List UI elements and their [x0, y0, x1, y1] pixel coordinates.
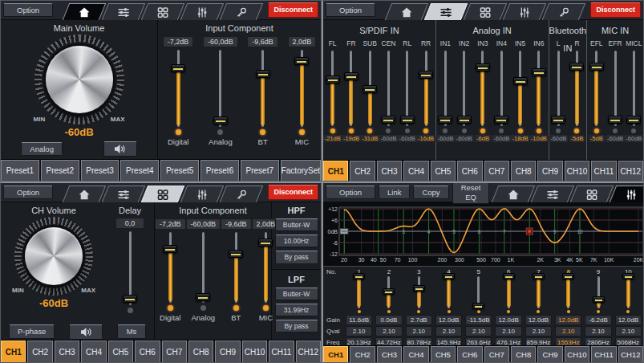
- lpf-bypass-button[interactable]: By pass: [275, 320, 318, 332]
- preset-tab-preset3[interactable]: Preset3: [81, 160, 119, 181]
- preset-tab-preset2[interactable]: Preset2: [41, 160, 79, 181]
- band-qval-value[interactable]: 2.10: [615, 326, 642, 336]
- level-slider[interactable]: [419, 51, 433, 126]
- disconnect-button[interactable]: Disconnect: [268, 185, 318, 200]
- analog-source-button[interactable]: Analog: [21, 142, 63, 156]
- slider-handle[interactable]: [472, 303, 484, 309]
- level-slider[interactable]: [213, 50, 229, 127]
- band-gain-value[interactable]: 12.0dB: [435, 315, 462, 325]
- channel-tab-ch9[interactable]: CH9: [215, 341, 240, 362]
- level-slider[interactable]: [626, 51, 641, 126]
- level-slider[interactable]: [294, 50, 310, 127]
- slider-handle[interactable]: [383, 288, 395, 295]
- slider-handle[interactable]: [608, 116, 622, 124]
- band-gain-value[interactable]: 12.0dB: [525, 315, 552, 325]
- level-slider[interactable]: [513, 51, 528, 126]
- channel-tab-ch9[interactable]: CH9: [537, 161, 562, 181]
- level-slider[interactable]: [502, 276, 515, 308]
- channel-tab-ch6[interactable]: CH6: [135, 341, 160, 362]
- hpf-freq-button[interactable]: 10.00Hz: [275, 235, 318, 247]
- delay-unit-button[interactable]: Ms: [117, 324, 146, 338]
- nav-tab-mixer[interactable]: [102, 186, 145, 202]
- knob-cap[interactable]: [46, 46, 113, 113]
- reset-eq-button[interactable]: Reset EQ: [452, 182, 490, 204]
- channel-tab-ch4[interactable]: CH4: [403, 161, 428, 181]
- level-slider[interactable]: [326, 51, 340, 126]
- level-slider[interactable]: [569, 51, 584, 126]
- slider-handle[interactable]: [438, 116, 452, 124]
- nav-tab-key[interactable]: [542, 3, 585, 20]
- band-qval-value[interactable]: 2.10: [555, 326, 581, 336]
- band-number[interactable]: 9: [583, 268, 613, 275]
- level-slider[interactable]: [494, 51, 508, 126]
- nav-tab-home[interactable]: [63, 3, 106, 20]
- channel-tab-ch5[interactable]: CH5: [431, 346, 456, 362]
- slider-handle[interactable]: [457, 116, 472, 124]
- mute-button[interactable]: [69, 324, 103, 340]
- slider-handle[interactable]: [593, 296, 605, 303]
- preset-tab-preset7[interactable]: Preset7: [241, 160, 279, 181]
- level-slider[interactable]: [162, 232, 178, 303]
- level-slider[interactable]: [532, 276, 545, 308]
- preset-tab-factoryset[interactable]: FactorySet: [281, 160, 321, 181]
- slider-handle[interactable]: [363, 85, 377, 93]
- channel-tab-ch2[interactable]: CH2: [350, 161, 375, 181]
- option-button[interactable]: Option: [326, 3, 375, 17]
- nav-tab-grid[interactable]: [570, 186, 614, 202]
- channel-tab-ch7[interactable]: CH7: [484, 346, 509, 362]
- slider-handle[interactable]: [123, 295, 137, 303]
- slider-handle[interactable]: [494, 116, 508, 124]
- nav-tab-eq[interactable]: [503, 3, 546, 20]
- nav-tab-home[interactable]: [385, 3, 428, 20]
- level-slider[interactable]: [383, 276, 395, 308]
- level-slider[interactable]: [381, 51, 395, 126]
- slider-handle[interactable]: [626, 116, 641, 124]
- slider-handle[interactable]: [400, 116, 415, 124]
- channel-tab-ch8[interactable]: CH8: [511, 161, 536, 181]
- channel-tab-ch10[interactable]: CH10: [242, 341, 267, 362]
- channel-tab-ch12[interactable]: CH12: [618, 346, 643, 362]
- channel-tab-ch8[interactable]: CH8: [188, 341, 213, 362]
- nav-tab-key[interactable]: [220, 3, 263, 20]
- band-gain-value[interactable]: -6.2dB: [585, 315, 611, 325]
- nav-tab-mixer[interactable]: [102, 3, 145, 20]
- nav-tab-grid[interactable]: [464, 3, 507, 20]
- slider-handle[interactable]: [569, 63, 584, 71]
- band-qval-value[interactable]: 2.10: [585, 326, 611, 336]
- slider-handle[interactable]: [622, 273, 634, 279]
- channel-tab-ch3[interactable]: CH3: [377, 161, 402, 181]
- mute-button[interactable]: [103, 141, 137, 157]
- slider-handle[interactable]: [229, 250, 243, 258]
- channel-tab-ch3[interactable]: CH3: [55, 341, 79, 362]
- level-slider[interactable]: [122, 231, 138, 305]
- nav-tab-mixer[interactable]: [424, 3, 468, 20]
- nav-tab-home[interactable]: [492, 186, 535, 202]
- band-gain-value[interactable]: -11.5dB: [465, 315, 492, 325]
- band-number[interactable]: 5: [464, 268, 493, 275]
- channel-tab-ch11[interactable]: CH11: [591, 346, 616, 362]
- band-gain-value[interactable]: 12.0dB: [555, 315, 581, 325]
- slider-handle[interactable]: [326, 75, 340, 84]
- channel-tab-ch6[interactable]: CH6: [457, 161, 482, 181]
- slider-handle[interactable]: [533, 273, 545, 279]
- eq-curve-graph[interactable]: +12+60dB-6-1220304050701002003005007001K…: [323, 202, 643, 267]
- slider-handle[interactable]: [476, 63, 490, 71]
- preset-tab-preset1[interactable]: Preset1: [1, 160, 39, 181]
- lpf-freq-button[interactable]: 31.99Hz: [275, 304, 318, 316]
- channel-tab-ch12[interactable]: CH12: [296, 341, 321, 362]
- channel-tab-ch6[interactable]: CH6: [457, 346, 482, 362]
- channel-tab-ch5[interactable]: CH5: [431, 161, 456, 181]
- band-qval-value[interactable]: 2.10: [346, 326, 372, 336]
- option-button[interactable]: Option: [3, 3, 53, 17]
- channel-tab-ch7[interactable]: CH7: [162, 341, 187, 362]
- band-gain-value[interactable]: 11.6dB: [346, 315, 372, 325]
- slider-handle[interactable]: [171, 64, 185, 72]
- ch-volume-knob[interactable]: MIN MAX: [12, 217, 95, 296]
- nav-tab-eq[interactable]: [610, 186, 644, 202]
- level-slider[interactable]: [532, 51, 546, 126]
- slider-handle[interactable]: [381, 116, 395, 124]
- level-slider[interactable]: [562, 276, 575, 308]
- channel-tab-ch11[interactable]: CH11: [591, 161, 616, 181]
- link-button[interactable]: Link: [379, 186, 410, 199]
- level-slider[interactable]: [457, 51, 472, 126]
